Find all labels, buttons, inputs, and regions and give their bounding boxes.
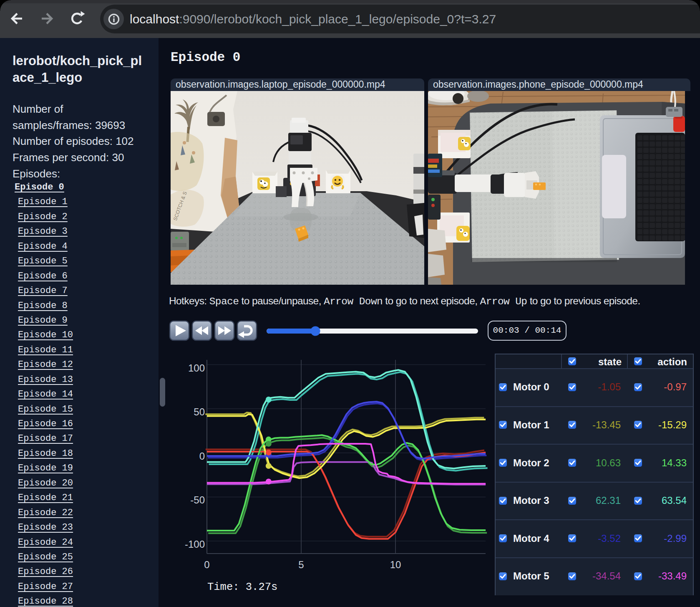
- svg-text:-100: -100: [185, 539, 205, 550]
- svg-text:-50: -50: [190, 494, 205, 506]
- svg-text:100: 100: [188, 362, 205, 374]
- svg-text:10: 10: [390, 559, 401, 570]
- svg-text:0: 0: [204, 559, 209, 570]
- svg-text:5: 5: [298, 559, 304, 570]
- svg-text:50: 50: [194, 406, 205, 417]
- svg-text:0: 0: [199, 450, 205, 462]
